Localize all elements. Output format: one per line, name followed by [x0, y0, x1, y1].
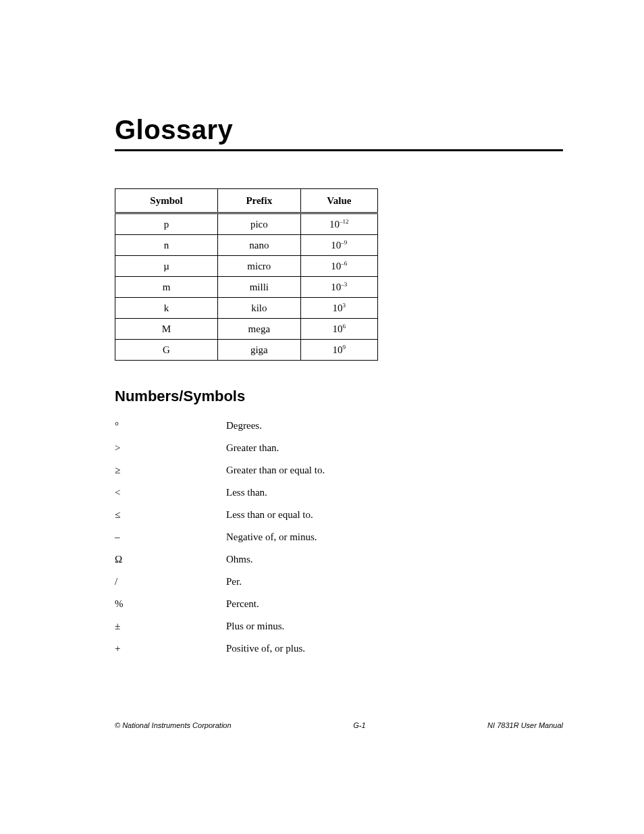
definition-text: Greater than. [226, 442, 563, 454]
definition-symbol: ≤ [115, 509, 226, 521]
cell-prefix: pico [217, 213, 300, 235]
definition-row: >Greater than. [115, 442, 563, 454]
definition-text: Greater than or equal to. [226, 465, 563, 476]
definition-text: Percent. [226, 598, 563, 610]
section-heading: Numbers/Symbols [115, 388, 563, 405]
definition-row: %Percent. [115, 598, 563, 610]
definition-row: +Positive of, or plus. [115, 643, 563, 654]
cell-value: 10–6 [300, 256, 377, 277]
cell-prefix: kilo [217, 298, 300, 319]
definition-row: ≤Less than or equal to. [115, 509, 563, 521]
col-header-prefix: Prefix [217, 189, 300, 213]
cell-symbol: m [115, 277, 218, 298]
cell-symbol: n [115, 235, 218, 256]
definition-symbol: ± [115, 621, 226, 632]
footer-copyright: © National Instruments Corporation [115, 721, 232, 729]
cell-value: 10–9 [300, 235, 377, 256]
col-header-value: Value [300, 189, 377, 213]
cell-value: 109 [300, 340, 377, 361]
cell-prefix: mega [217, 319, 300, 340]
table-row: nnano10–9 [115, 235, 378, 256]
table-row: µmicro10–6 [115, 256, 378, 277]
definition-text: Per. [226, 576, 563, 588]
table-row: Mmega106 [115, 319, 378, 340]
page: Glossary Symbol Prefix Value ppico10–12n… [0, 0, 644, 834]
definition-symbol: / [115, 576, 226, 588]
table-header-row: Symbol Prefix Value [115, 189, 378, 213]
definition-row: ≥Greater than or equal to. [115, 465, 563, 476]
table-row: Ggiga109 [115, 340, 378, 361]
table-row: kkilo103 [115, 298, 378, 319]
footer-page-number: G-1 [353, 721, 365, 729]
definition-row: °Degrees. [115, 420, 563, 432]
cell-value: 10–12 [300, 213, 377, 235]
definition-row: –Negative of, or minus. [115, 531, 563, 543]
definition-row: ΩOhms. [115, 554, 563, 565]
cell-prefix: micro [217, 256, 300, 277]
definition-symbol: + [115, 643, 226, 654]
col-header-symbol: Symbol [115, 189, 218, 213]
definition-text: Plus or minus. [226, 621, 563, 632]
definitions-list: °Degrees.>Greater than.≥Greater than or … [115, 420, 563, 654]
cell-prefix: nano [217, 235, 300, 256]
definition-row: <Less than. [115, 487, 563, 498]
title-rule [115, 149, 563, 151]
definition-symbol: ° [115, 420, 226, 432]
footer-manual-name: NI 7831R User Manual [487, 721, 563, 729]
cell-symbol: p [115, 213, 218, 235]
prefix-table: Symbol Prefix Value ppico10–12nnano10–9µ… [115, 188, 378, 361]
cell-symbol: M [115, 319, 218, 340]
table-row: mmilli10–3 [115, 277, 378, 298]
cell-symbol: k [115, 298, 218, 319]
cell-symbol: G [115, 340, 218, 361]
definition-text: Less than or equal to. [226, 509, 563, 521]
definition-symbol: ≥ [115, 465, 226, 476]
cell-prefix: milli [217, 277, 300, 298]
table-row: ppico10–12 [115, 213, 378, 235]
page-footer: © National Instruments Corporation G-1 N… [115, 721, 563, 729]
definition-text: Less than. [226, 487, 563, 498]
cell-value: 10–3 [300, 277, 377, 298]
definition-row: /Per. [115, 576, 563, 588]
definition-symbol: % [115, 598, 226, 610]
cell-value: 106 [300, 319, 377, 340]
definition-text: Negative of, or minus. [226, 531, 563, 543]
definition-text: Degrees. [226, 420, 563, 432]
definition-row: ±Plus or minus. [115, 621, 563, 632]
definition-symbol: < [115, 487, 226, 498]
definition-text: Ohms. [226, 554, 563, 565]
page-title: Glossary [115, 115, 563, 145]
definition-symbol: – [115, 531, 226, 543]
cell-symbol: µ [115, 256, 218, 277]
definition-text: Positive of, or plus. [226, 643, 563, 654]
cell-prefix: giga [217, 340, 300, 361]
definition-symbol: Ω [115, 554, 226, 565]
cell-value: 103 [300, 298, 377, 319]
definition-symbol: > [115, 442, 226, 454]
